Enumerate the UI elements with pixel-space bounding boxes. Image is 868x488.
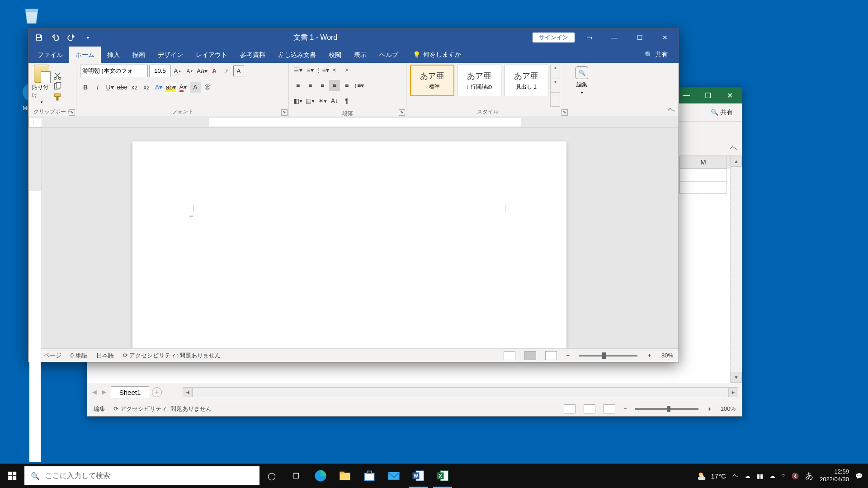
excel-vertical-scrollbar[interactable]: ▲ ▼ (730, 156, 742, 383)
taskbar-mail[interactable] (382, 464, 406, 488)
task-view-icon[interactable]: ❐ (284, 464, 308, 488)
scroll-up-button[interactable]: ▲ (731, 156, 742, 167)
bullets-icon[interactable]: ☰▾ (292, 65, 303, 75)
char-shading-icon[interactable]: A (190, 82, 201, 93)
zoom-in[interactable]: ＋ (646, 352, 652, 360)
excel-close-button[interactable]: ✕ (719, 89, 740, 102)
superscript-button[interactable]: x2 (141, 82, 152, 93)
tab-insert[interactable]: 挿入 (101, 47, 126, 63)
tray-battery-icon[interactable]: ▮▮ (757, 473, 763, 479)
tab-design[interactable]: デザイン (151, 47, 189, 63)
hscroll-right[interactable]: ► (728, 387, 738, 397)
taskbar-explorer[interactable] (333, 464, 357, 488)
bold-button[interactable]: B (80, 82, 91, 93)
tray-wifi-icon[interactable]: ⌔ (782, 473, 785, 479)
decrease-indent-icon[interactable]: ≤ (329, 65, 340, 75)
shading-icon[interactable]: ◧▾ (292, 95, 303, 106)
paste-button[interactable]: 貼り付け ▾ (32, 65, 51, 107)
save-icon[interactable] (35, 33, 43, 42)
excel-view-pagelayout[interactable] (584, 404, 595, 413)
collapse-ribbon-button[interactable]: ヘ (668, 105, 675, 115)
style-item[interactable]: あア亜見出し 1 (504, 65, 548, 96)
redo-icon[interactable] (67, 33, 75, 42)
qat-customize-icon[interactable]: ▾ (84, 33, 92, 42)
align-center-icon[interactable]: ≡ (305, 80, 316, 91)
align-right-icon[interactable]: ≡ (317, 80, 328, 91)
multilevel-icon[interactable]: ⋮≡▾ (317, 65, 328, 75)
tab-view[interactable]: 表示 (348, 47, 373, 63)
word-count[interactable]: 0 単語 (71, 352, 87, 360)
zoom-in[interactable]: ＋ (707, 405, 712, 413)
tray-onedrive-icon[interactable]: ☁ (769, 473, 775, 479)
word-zoom-slider[interactable]: .word-status .zoom-slider::after{left:40… (579, 355, 637, 357)
taskbar-store[interactable] (357, 464, 382, 488)
word-share-button[interactable]: 🔍 共有 (645, 51, 676, 59)
font-launcher[interactable]: ⬊ (281, 109, 288, 116)
numbering-icon[interactable]: ≡▾ (305, 65, 316, 75)
tray-volume-icon[interactable]: 🔇 (792, 473, 799, 479)
minimize-button[interactable]: ― (604, 29, 625, 46)
change-case-icon[interactable]: Aa▾ (197, 66, 208, 76)
desktop-recycle-bin[interactable] (14, 5, 50, 28)
taskbar-excel[interactable]: X (430, 464, 455, 488)
taskbar-search[interactable]: 🔍 ここに入力して検索 (24, 466, 259, 485)
tab-references[interactable]: 参考資料 (234, 47, 272, 63)
close-button[interactable]: ✕ (654, 29, 676, 46)
tab-layout[interactable]: レイアウト (189, 47, 234, 63)
view-web-layout[interactable] (545, 351, 557, 360)
accessibility-status[interactable]: ⟳ アクセシビリティ: 問題ありません (123, 352, 221, 360)
maximize-button[interactable]: ☐ (629, 29, 651, 46)
start-button[interactable] (0, 464, 24, 488)
vertical-ruler[interactable] (28, 128, 42, 348)
shrink-font-icon[interactable]: A▼ (184, 66, 195, 76)
asian-layout-icon[interactable]: ✶▾ (317, 95, 328, 106)
excel-view-normal[interactable] (564, 404, 576, 413)
increase-indent-icon[interactable]: ≥ (341, 65, 352, 75)
sheet-next[interactable]: ► (101, 388, 108, 396)
view-read-mode[interactable] (504, 351, 515, 360)
tab-selector[interactable]: ∟ (28, 117, 42, 127)
tray-clock[interactable]: 12:59 2022/04/30 (820, 468, 849, 483)
col-header-m[interactable]: M (679, 156, 727, 169)
clipboard-launcher[interactable]: ⬊ (69, 109, 75, 116)
find-button[interactable]: 🔍 編集 ▾ (573, 65, 591, 108)
styles-more-button[interactable]: ▴▾⋯ (550, 65, 560, 107)
language[interactable]: 日本語 (96, 352, 114, 360)
borders-icon[interactable]: ▦▾ (305, 95, 316, 106)
cell[interactable] (679, 181, 727, 194)
strikethrough-button[interactable]: abc (117, 82, 127, 93)
excel-zoom-level[interactable]: 100% (721, 405, 736, 412)
distributed-icon[interactable]: ≡ (341, 80, 352, 91)
page[interactable]: ↵ (132, 141, 566, 348)
highlight-icon[interactable]: ab▾ (165, 82, 176, 93)
excel-view-pagebreak[interactable] (604, 404, 615, 413)
signin-button[interactable]: サインイン (533, 33, 575, 42)
paragraph-launcher[interactable]: ⬊ (399, 109, 405, 116)
taskbar-word[interactable]: W (406, 464, 430, 488)
enclose-char-icon[interactable]: ㊛ (202, 82, 213, 93)
cell[interactable] (679, 169, 727, 181)
tray-ime-icon[interactable]: あ (805, 470, 813, 481)
tray-meet-icon[interactable]: ☁ (745, 473, 750, 479)
hscroll-left[interactable]: ◄ (183, 387, 193, 397)
font-color-icon[interactable]: A▾ (178, 82, 189, 93)
excel-collapse-ribbon[interactable]: へ (730, 143, 737, 153)
ribbon-display-icon[interactable]: ▭ (578, 29, 600, 46)
line-spacing-icon[interactable]: ↕≡▾ (354, 80, 364, 91)
tab-file[interactable]: ファイル (31, 47, 69, 63)
styles-launcher[interactable]: ⬊ (561, 109, 568, 116)
weather-widget[interactable]: 17°C (697, 471, 726, 481)
zoom-out[interactable]: − (623, 405, 627, 412)
tray-chevron-icon[interactable]: ヘ (732, 472, 738, 480)
sheet-tab-sheet1[interactable]: Sheet1 (111, 386, 150, 398)
tab-draw[interactable]: 描画 (126, 47, 151, 63)
zoom-out[interactable]: − (566, 352, 570, 359)
word-zoom-level[interactable]: 80% (661, 352, 673, 359)
document-area[interactable]: ↵ (42, 128, 679, 348)
view-print-layout[interactable] (524, 351, 536, 360)
grow-font-icon[interactable]: A▲ (172, 66, 183, 76)
clear-format-icon[interactable]: A̷ (209, 66, 220, 76)
align-left-icon[interactable]: ≡ (292, 80, 303, 91)
word-titlebar[interactable]: ▾ 文書 1 - Word サインイン ▭ ― ☐ ✕ (28, 28, 679, 47)
hscroll-track[interactable] (193, 387, 728, 397)
